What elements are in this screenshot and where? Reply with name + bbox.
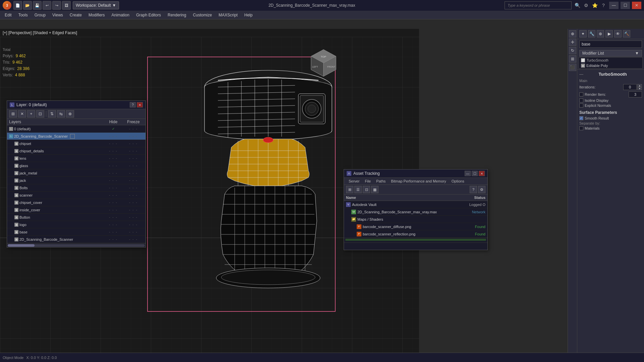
asset-tb-btn2[interactable]: ☰: [354, 186, 362, 193]
layer-row-scanner3[interactable]: ▣ 2D_Scanning_Barcode_Scanner - - - - - …: [7, 236, 145, 243]
rotate-tool[interactable]: ↻: [569, 47, 576, 54]
layer-toolbar-btn4[interactable]: ⊡: [36, 110, 44, 118]
layer-row-inside-cover[interactable]: ▣ inside_cover - - - - - -: [7, 206, 145, 214]
asset-menu-server[interactable]: Server: [346, 178, 362, 184]
explicit-checkbox[interactable]: [579, 103, 583, 107]
open-button[interactable]: 📂: [23, 1, 32, 10]
layer-row-chipset-details[interactable]: ▣ chipset_details - - - - - -: [7, 147, 145, 155]
modifier-entry-editablepoly[interactable]: ▣ Editable Poly: [579, 63, 642, 68]
layer-row-chipset-cover[interactable]: ▣ chipset_cover - - - - - -: [7, 199, 145, 206]
asset-maximize-button[interactable]: ☐: [472, 171, 478, 176]
layer-toolbar-btn5[interactable]: ⇅: [48, 110, 56, 118]
search-input[interactable]: [505, 1, 572, 9]
asset-menu-options[interactable]: Options: [449, 178, 467, 184]
move-tool[interactable]: ✛: [569, 39, 576, 46]
render-iters-checkbox[interactable]: [579, 92, 583, 96]
asset-tb-btn3[interactable]: ⊡: [363, 186, 370, 193]
star-icon-btn[interactable]: ⭐: [591, 2, 598, 9]
menu-group[interactable]: Group: [31, 11, 49, 19]
layer-row-jack-metal[interactable]: ▣ jack_metal - - - - - -: [7, 169, 145, 177]
redo-button[interactable]: ↪: [52, 1, 61, 10]
menu-rendering[interactable]: Rendering: [164, 11, 189, 19]
ts-collapse-icon[interactable]: —: [579, 72, 583, 77]
vert-tool[interactable]: ⬛: [569, 64, 576, 71]
layer-toolbar-btn3[interactable]: +: [27, 110, 35, 118]
isoline-checkbox[interactable]: [579, 98, 583, 102]
layer-row-scanner2[interactable]: ▣ scanner - - - - - -: [7, 192, 145, 199]
menu-modifiers[interactable]: Modifiers: [85, 11, 108, 19]
menu-help[interactable]: Help: [241, 11, 256, 19]
workspace-selector[interactable]: Workspace: Default ▼: [73, 1, 119, 9]
menu-views[interactable]: Views: [49, 11, 66, 19]
asset-row-reflection[interactable]: P barcode_scanner_reflection.png Found: [355, 230, 487, 238]
layer-toolbar-btn6[interactable]: ⇆: [57, 110, 65, 118]
layer-row-glass[interactable]: ▣ glass - - - - - -: [7, 162, 145, 169]
motion-panel-btn[interactable]: ▶: [605, 30, 613, 38]
asset-menu-file[interactable]: File: [362, 178, 373, 184]
asset-tb-settings[interactable]: ⚙: [478, 186, 485, 193]
asset-minimize-button[interactable]: —: [465, 171, 471, 176]
materials-checkbox[interactable]: [579, 126, 583, 130]
menu-edit[interactable]: Edit: [1, 11, 15, 19]
iterations-input[interactable]: [623, 84, 637, 90]
layer-row-jack[interactable]: ▣ jack - - - - - -: [7, 177, 145, 184]
menu-customize[interactable]: Customize: [189, 11, 215, 19]
hierarchy-panel-btn[interactable]: ⊕: [597, 30, 604, 38]
modify-panel-btn active[interactable]: 🔧: [588, 30, 595, 38]
search-icon-btn[interactable]: 🔍: [574, 2, 581, 9]
layer-row-chipset[interactable]: ▣ chipset - - - - - -: [7, 140, 145, 147]
render-iters-input[interactable]: [629, 91, 642, 97]
iterations-down[interactable]: ▼: [637, 87, 642, 90]
settings-icon-btn[interactable]: ⚙: [582, 2, 590, 9]
undo-button[interactable]: ↩: [43, 1, 51, 10]
layer-row-base[interactable]: ▣ base - - - - - -: [7, 228, 145, 236]
asset-menu-bitmap[interactable]: Bitmap Performance and Memory: [388, 178, 449, 184]
maximize-button[interactable]: ☐: [621, 2, 630, 9]
display-panel-btn[interactable]: 👁: [614, 30, 622, 38]
scale-tool[interactable]: ⊞: [569, 55, 576, 63]
help-icon-btn[interactable]: ?: [600, 2, 607, 9]
menu-tools[interactable]: Tools: [15, 11, 31, 19]
asset-row-maxfile[interactable]: M 2D_Scanning_Barcode_Scanner_max_vray.m…: [349, 208, 487, 216]
new-button[interactable]: 📄: [13, 1, 22, 10]
layer-scrollbar[interactable]: [7, 243, 145, 247]
asset-row-maps[interactable]: 📁 Maps / Shaders: [349, 216, 487, 223]
layer-row-logo[interactable]: ▣ logo - - - - - -: [7, 221, 145, 228]
object-name-field[interactable]: [579, 41, 642, 48]
layer-row-button[interactable]: ▣ Button - - - - - -: [7, 214, 145, 221]
hscroll-thumb[interactable]: [8, 244, 35, 247]
menu-create[interactable]: Create: [66, 11, 85, 19]
asset-row-diffuse[interactable]: P barcode_scanner_diffuse.png Found: [355, 223, 487, 230]
layer-toolbar-btn1[interactable]: ⊞: [9, 110, 17, 118]
minimize-button[interactable]: —: [609, 2, 619, 9]
utilities-panel-btn[interactable]: 🔨: [623, 30, 630, 38]
menu-graph-editors[interactable]: Graph Editors: [133, 11, 164, 19]
layer-row-lens[interactable]: ▣ lens - - - - - -: [7, 155, 145, 162]
modifier-list-dropdown[interactable]: Modifier List ▼: [579, 50, 642, 57]
hscroll-bar[interactable]: [8, 244, 145, 247]
iterations-up[interactable]: ▲: [637, 84, 642, 87]
create-panel-btn[interactable]: ✦: [579, 30, 587, 38]
layer-toolbar-btn2[interactable]: ✕: [18, 110, 26, 118]
close-button[interactable]: ✕: [632, 2, 641, 9]
smooth-result-checkbox[interactable]: ✓: [579, 116, 583, 120]
nav-cube[interactable]: TOP LEFT FRONT: [308, 47, 339, 77]
asset-tb-btn4[interactable]: ▦: [371, 186, 378, 193]
layer-toolbar-btn7[interactable]: ⊕: [66, 110, 74, 118]
layer-dialog-question[interactable]: ?: [130, 102, 136, 107]
modifier-entry-turbosmooth[interactable]: ⚪ TurboSmooth: [579, 58, 642, 63]
asset-tb-btn1[interactable]: ⊞: [346, 186, 353, 193]
render-setup-button[interactable]: 🖼: [62, 1, 71, 10]
menu-maxscript[interactable]: MAXScript: [215, 11, 241, 19]
save-button[interactable]: 💾: [33, 1, 42, 10]
asset-close-button[interactable]: ✕: [479, 171, 485, 176]
asset-row-vault[interactable]: V Autodesk Vault Logged O: [344, 201, 487, 208]
layer-row-bolts[interactable]: ▣ Bolts - - - - - -: [7, 184, 145, 192]
layer-dialog-close[interactable]: ✕: [137, 102, 143, 107]
asset-menu-paths[interactable]: Paths: [373, 178, 388, 184]
layer-row-scanner[interactable]: L 2D_Scanning_Barcode_Scanner - - - - - …: [7, 133, 145, 140]
layer-row-default[interactable]: L 0 (default) ✓ - - -: [7, 125, 145, 133]
asset-tb-help[interactable]: ?: [470, 186, 477, 193]
menu-animation[interactable]: Animation: [108, 11, 133, 19]
select-tool[interactable]: ⊕: [569, 30, 576, 38]
